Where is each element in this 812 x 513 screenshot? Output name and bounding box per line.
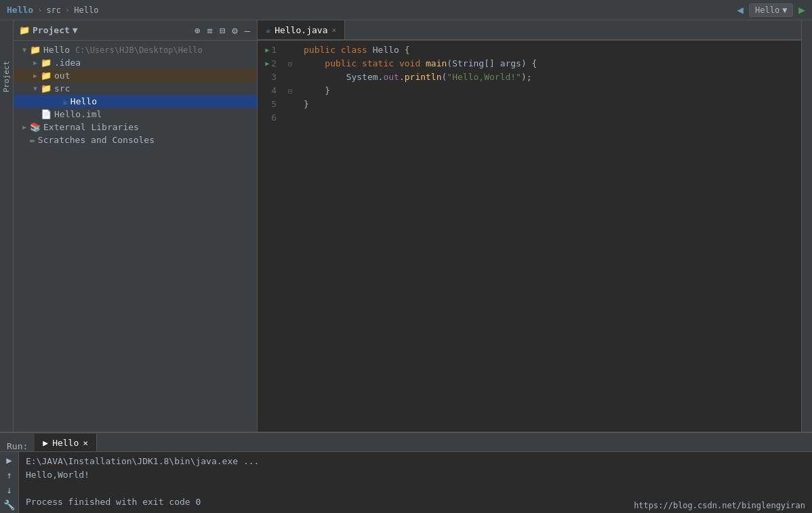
project-panel-title: 📁 Project ▼ bbox=[19, 25, 188, 35]
tree-label-hello-class: Hello bbox=[70, 96, 97, 106]
fold-3 bbox=[285, 70, 296, 84]
ln-6: 6 bbox=[271, 111, 277, 125]
code-editor[interactable]: ▶ 1 ▶ 2 3 4 5 6 bbox=[258, 41, 801, 432]
bottom-left-strip: ▶ ↑ ↓ 🔧 ≡ ↑ ↓ bbox=[0, 452, 19, 513]
bottom-tabs: Run: ▶ Hello × bbox=[0, 433, 812, 452]
console-scroll-down-icon[interactable]: ↓ bbox=[3, 485, 16, 495]
tree-arrow-idea: ▶ bbox=[30, 59, 41, 66]
bottom-tab-hello[interactable]: ▶ Hello × bbox=[35, 434, 97, 451]
tree-label-scratches: Scratches and Consoles bbox=[38, 135, 155, 145]
tree-arrow-src: ▼ bbox=[30, 85, 41, 92]
tree-label-out: out bbox=[54, 70, 70, 81]
title-bar-right: ◀ Hello ▼ ▶ bbox=[737, 3, 805, 17]
code-line-4: } bbox=[304, 84, 793, 98]
folder-icon-src: 📁 bbox=[41, 83, 52, 94]
code-content[interactable]: public class Hello { public static void … bbox=[296, 41, 801, 432]
line-numbers: ▶ 1 ▶ 2 3 4 5 6 bbox=[258, 41, 285, 432]
tree-item-hello-iml[interactable]: 📄 Hello.iml bbox=[14, 108, 257, 121]
fold-4: ⊟ bbox=[285, 84, 296, 98]
project-icon-minimize[interactable]: — bbox=[243, 24, 251, 37]
console-line-4: Process finished with exit code 0 bbox=[26, 495, 620, 509]
console-scroll-up-icon[interactable]: ↑ bbox=[3, 470, 16, 480]
folder-icon-idea: 📁 bbox=[41, 58, 52, 68]
console-url: https://blog.csdn.net/binglengyiran bbox=[634, 501, 805, 510]
fold-6 bbox=[285, 111, 296, 125]
fold-2: ⊟ bbox=[285, 57, 296, 70]
console-line-1: E:\JAVA\Installation\JDK1.8\bin\java.exe… bbox=[26, 455, 620, 468]
project-label: Project bbox=[33, 25, 70, 35]
fold-1 bbox=[285, 43, 296, 57]
console-run-icon[interactable]: ▶ bbox=[3, 455, 16, 466]
console-output: E:\JAVA\Installation\JDK1.8\bin\java.exe… bbox=[19, 452, 627, 513]
project-panel-header: 📁 Project ▼ ⊕ ≡ ⊟ ⚙ — bbox=[14, 20, 257, 41]
run-dropdown-icon[interactable]: ▼ bbox=[782, 5, 787, 15]
folder-icon-hello: 📁 bbox=[30, 45, 41, 55]
bottom-panel: Run: ▶ Hello × ▶ ↑ ↓ 🔧 ≡ ↑ ↓ E:\JAVA\Ins… bbox=[0, 432, 812, 513]
code-line-3: System.out.println("Hello,World!"); bbox=[304, 70, 793, 84]
nav-back-icon[interactable]: ◀ bbox=[737, 3, 744, 16]
tree-item-ext-libs[interactable]: ▶ 📚 External Libraries bbox=[14, 121, 257, 134]
bottom-tab-close[interactable]: × bbox=[83, 438, 88, 448]
folder-icon-out: 📁 bbox=[41, 70, 52, 81]
project-dropdown-icon[interactable]: ▼ bbox=[73, 25, 78, 35]
breadcrumb-hello: Hello bbox=[74, 5, 98, 15]
tab-close-icon[interactable]: × bbox=[332, 26, 337, 35]
iml-icon: 📄 bbox=[41, 109, 52, 119]
ln-5: 5 bbox=[271, 98, 277, 111]
tree-arrow-out: ▶ bbox=[30, 72, 41, 79]
tree-item-src[interactable]: ▼ 📁 src bbox=[14, 82, 257, 95]
tab-hello-java[interactable]: ☕ Hello.java × bbox=[258, 20, 345, 39]
tab-java-icon: ☕ bbox=[266, 25, 270, 35]
ln-3: 3 bbox=[271, 70, 277, 84]
tree-item-hello-root[interactable]: ▼ 📁 Hello C:\Users\HJB\Desktop\Hello bbox=[14, 43, 257, 56]
run-gutter-1: ▶ bbox=[265, 43, 269, 57]
line-num-1: ▶ 1 bbox=[258, 43, 279, 57]
ln-4: 4 bbox=[271, 84, 277, 98]
line-num-3: 3 bbox=[258, 70, 279, 84]
editor-tabs: ☕ Hello.java × bbox=[258, 20, 801, 41]
tree-label-ext-libs: External Libraries bbox=[43, 122, 139, 132]
project-icon-collapse[interactable]: ⊟ bbox=[218, 24, 226, 37]
run-gutter-2: ▶ bbox=[265, 57, 269, 70]
ln-2: 2 bbox=[271, 57, 277, 70]
tree-arrow-ext-libs: ▶ bbox=[19, 123, 30, 131]
fold-5 bbox=[285, 98, 296, 111]
line-num-6: 6 bbox=[258, 111, 279, 125]
project-icon-add[interactable]: ⊕ bbox=[193, 24, 201, 37]
run-label: Run: bbox=[0, 441, 35, 451]
project-tree: ▼ 📁 Hello C:\Users\HJB\Desktop\Hello ▶ 📁… bbox=[14, 41, 257, 432]
editor-area: ☕ Hello.java × ▶ 1 ▶ 2 3 bbox=[258, 20, 801, 432]
tree-label-hello: Hello bbox=[43, 45, 70, 55]
line-num-2: ▶ 2 bbox=[258, 57, 279, 70]
tree-item-scratches[interactable]: ✏️ Scratches and Consoles bbox=[14, 134, 257, 146]
project-icon-settings[interactable]: ⚙ bbox=[230, 24, 239, 37]
line-num-4: 4 bbox=[258, 84, 279, 98]
run-button-group[interactable]: Hello ▼ bbox=[749, 3, 793, 17]
bottom-tab-label: Hello bbox=[52, 438, 79, 448]
run-config-label: Hello bbox=[755, 5, 779, 15]
tree-item-idea[interactable]: ▶ 📁 .idea bbox=[14, 56, 257, 69]
project-icon-list[interactable]: ≡ bbox=[205, 24, 214, 37]
tree-arrow-hello: ▼ bbox=[19, 46, 30, 54]
left-strip: Project bbox=[0, 20, 14, 432]
code-line-6 bbox=[304, 111, 793, 125]
breadcrumb-src: src bbox=[46, 5, 61, 15]
fold-area: ⊟ ⊟ bbox=[285, 41, 296, 432]
run-play-icon[interactable]: ▶ bbox=[798, 3, 805, 16]
app-title: Hello bbox=[7, 5, 33, 15]
console-url-area: https://blog.csdn.net/binglengyiran bbox=[627, 498, 812, 513]
console-line-3 bbox=[26, 482, 620, 495]
ln-1: 1 bbox=[271, 43, 277, 57]
code-line-1: public class Hello { bbox=[304, 43, 793, 57]
bottom-tab-icon: ▶ bbox=[43, 438, 48, 448]
tree-item-out[interactable]: ▶ 📁 out bbox=[14, 69, 257, 82]
tree-item-hello-class[interactable]: ☕ Hello bbox=[14, 95, 257, 108]
tab-label: Hello.java bbox=[275, 25, 327, 35]
console-settings-icon[interactable]: 🔧 bbox=[3, 499, 16, 510]
breadcrumb-sep-1: › bbox=[37, 5, 42, 15]
breadcrumb-sep-2: › bbox=[65, 5, 70, 15]
project-strip-label[interactable]: Project bbox=[2, 61, 11, 92]
title-bar: Hello › src › Hello ◀ Hello ▼ ▶ bbox=[0, 0, 812, 20]
project-header-icons: ⊕ ≡ ⊟ ⚙ — bbox=[193, 24, 251, 37]
tree-label-iml: Hello.iml bbox=[54, 109, 102, 119]
